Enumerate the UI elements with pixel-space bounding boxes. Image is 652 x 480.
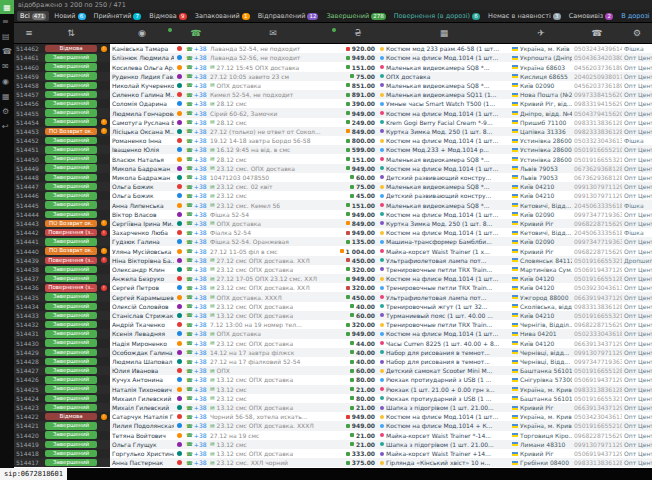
destination-cell[interactable]: Київ 04120 <box>510 283 572 292</box>
destination-cell[interactable]: Україна 68603 <box>510 62 572 71</box>
phone-reveal-button[interactable]: ☎+38 <box>184 375 208 384</box>
products-icon[interactable]: ▦ <box>2 89 12 104</box>
table-row[interactable]: 514420 Завершений Тетяна Войтович ☎+38 2… <box>14 431 652 440</box>
comment-cell[interactable]: ✉23.12 смс ОПХ доставка. ХХХЛ <box>208 421 338 430</box>
customer-name[interactable]: Руденко Лидия Гав.. <box>110 72 174 81</box>
status-cell[interactable]: Завершений <box>44 440 98 449</box>
table-row[interactable]: 514419 Завершений Ольга Глущук ☎+38 ✉13.… <box>14 440 652 449</box>
table-row[interactable]: 514457 Завершений Силенко Галина М.. ☎+3… <box>14 90 652 99</box>
comment-cell[interactable]: ✉23.12 смс <box>208 191 338 200</box>
phone-reveal-button[interactable]: ☎+38 <box>184 145 208 154</box>
comment-cell[interactable]: Сірий 60-62, Замочки <box>208 108 338 117</box>
phone-reveal-button[interactable]: ☎+38 <box>184 200 208 209</box>
destination-cell[interactable]: Пришиб 71100 <box>510 118 572 127</box>
comment-cell[interactable]: ✉ОПХ доставка <box>208 81 338 90</box>
customer-name[interactable]: Наталія Тихонович <box>110 385 174 394</box>
destination-cell[interactable]: Київ 02090 <box>510 237 572 246</box>
table-row[interactable]: 514429 Завершений Особождак Галина В.. ☎… <box>14 348 652 357</box>
status-cell[interactable]: Повернення (з.. <box>44 283 98 292</box>
product-cell[interactable]: Машина-трансформер Бамблби... <box>378 237 510 246</box>
status-cell[interactable]: ПО Возврат ок. <box>44 246 98 255</box>
phone-reveal-button[interactable]: ☎+38 <box>184 237 208 246</box>
comment-cell[interactable]: ✉16.12 9:45 на від. в смс <box>208 145 338 154</box>
phone-reveal-button[interactable]: ☎+38 <box>184 154 208 163</box>
customer-name[interactable]: Сергей Петров <box>110 283 174 292</box>
comment-cell[interactable]: ✉ОПХ <box>208 366 338 375</box>
status-cell[interactable]: Завершений <box>44 348 98 357</box>
status-tab[interactable]: Самовивіз 2 <box>566 11 617 21</box>
product-cell[interactable]: Рюкзак протиударний з USB (1 ... <box>378 375 510 384</box>
destination-cell[interactable]: Укрпошта (Дніпр... <box>510 53 572 62</box>
table-row[interactable]: 514435 Завершений Сергей Карамышев ☎+38 … <box>14 292 652 301</box>
customer-name[interactable]: Людмила Гончарова <box>110 108 174 117</box>
status-cell[interactable]: Завершений <box>44 403 98 412</box>
comment-cell[interactable]: 14.12 на 17 завтра філжск <box>208 348 338 357</box>
comment-cell[interactable]: 27.12 11-05 філ в смс <box>208 246 338 255</box>
table-row[interactable]: 514436 Повернення (з.. ! Сергей Петров ☎… <box>14 283 652 292</box>
status-cell[interactable]: Завершений <box>44 357 98 366</box>
phone-reveal-button[interactable]: ☎+38 <box>184 182 208 191</box>
table-row[interactable]: 514418 Завершений Горгулько Христина.. ☎… <box>14 449 652 458</box>
customer-name[interactable]: Анна Липенська <box>110 200 174 209</box>
status-tab[interactable]: Запакований 1 <box>192 11 253 21</box>
comment-cell[interactable]: ✉28.12 смс <box>208 154 338 163</box>
comment-cell[interactable]: Фішка 52-54 <box>208 210 338 219</box>
table-row[interactable]: 514417 Завершений Анна Пастернак ☎+38 ✉2… <box>14 458 652 467</box>
status-cell[interactable]: Завершений <box>44 320 98 329</box>
destination-cell[interactable]: Устинівка 28600 <box>510 136 572 145</box>
phone-reveal-button[interactable]: ☎+38 <box>184 458 208 467</box>
customer-name[interactable]: Косилева Ольга Ар.. <box>110 62 174 71</box>
table-row[interactable]: 514437 Завершений Анжела Безруко ☎+38 ✉2… <box>14 274 652 283</box>
customer-name[interactable]: Сатарчук Наталія Г.. <box>110 412 174 421</box>
customer-name[interactable]: Юлия Иванова <box>110 366 174 375</box>
customer-name[interactable]: Ольга Божик <box>110 191 174 200</box>
phone-icon[interactable]: ☎ <box>184 28 208 38</box>
phone-reveal-button[interactable]: ☎+38 <box>184 292 208 301</box>
customer-name[interactable]: Михаіл Гилевский <box>110 403 174 412</box>
destination-cell[interactable]: Україна, м. Крив... <box>510 421 572 430</box>
status-cell[interactable]: Завершений <box>44 421 98 430</box>
customer-name[interactable]: Кучух Антонина <box>110 375 174 384</box>
status-cell[interactable]: Завершений <box>44 90 98 99</box>
customer-name[interactable]: Віктор Власов <box>110 210 174 219</box>
customer-name[interactable]: Романенко Інна <box>110 136 174 145</box>
comment-cell[interactable]: Кемел 52-54, не подходит <box>208 90 338 99</box>
table-row[interactable]: 514434 Завершений Олексій Соловйов ☎+38 … <box>14 302 652 311</box>
status-cell[interactable]: Завершений <box>44 182 98 191</box>
comment-cell[interactable]: ✉13.12 смс ОПХ доставка <box>208 403 338 412</box>
customer-name[interactable]: Ольга Божик <box>110 182 174 191</box>
status-cell[interactable]: Завершений <box>44 173 98 182</box>
product-cell[interactable]: Маленькая видеокамера SQ8 *... <box>378 200 510 209</box>
destination-cell[interactable]: Київ 04120 <box>510 274 572 283</box>
destination-cell[interactable]: Кетовичі, Відд... <box>510 228 572 237</box>
product-cell[interactable]: Маленькая видеокамера SQ8 *... <box>378 182 510 191</box>
phone-reveal-button[interactable]: ☎+38 <box>184 357 208 366</box>
customer-name[interactable]: Тетяна Войтович <box>110 431 174 440</box>
destination-cell[interactable]: Львів 79053 <box>510 164 572 173</box>
status-cell[interactable]: Завершений <box>44 145 98 154</box>
table-row[interactable]: 514428 Завершений Людмила Шаповал ☎+38 2… <box>14 357 652 366</box>
status-cell[interactable]: Завершений <box>44 458 98 467</box>
status-cell[interactable]: Повернення (з.. <box>44 228 98 237</box>
phone-reveal-button[interactable]: ☎+38 <box>184 210 208 219</box>
table-row[interactable]: 514442 Повернення (з.. ! Захарченко Люба… <box>14 228 652 237</box>
phone-reveal-button[interactable]: ☎+38 <box>184 173 208 182</box>
currency-icon[interactable]: ₴ <box>338 28 378 38</box>
menu-icon[interactable]: ≡ <box>2 14 12 29</box>
product-cell[interactable]: Костюм на флисе Мод.1014 (1 шт... <box>378 274 510 283</box>
customer-name[interactable]: Людмила Шаповал <box>110 357 174 366</box>
customer-name[interactable]: Канівська Тамара <box>110 44 174 53</box>
customer-name[interactable]: Станіслав Стрижак <box>110 311 174 320</box>
phone-reveal-button[interactable]: ☎+38 <box>184 311 208 320</box>
table-row[interactable]: 514458 Завершений Николай Кучеренко ☎+38… <box>14 81 652 90</box>
table-row[interactable]: 514449 Завершений Микола Бадражан ☎+38 ✉… <box>14 164 652 173</box>
comment-cell[interactable]: ✉13.12 смс ОПХ доставка <box>208 375 338 384</box>
destination-cell[interactable]: Гребінки 08400 <box>510 458 572 467</box>
status-tab[interactable]: Новий 6 <box>51 11 88 21</box>
status-cell[interactable]: Завершений <box>44 210 98 219</box>
comment-cell[interactable]: ✉23.12 смс ОПХ доставка <box>208 302 338 311</box>
destination-cell[interactable]: Лимани 48310 <box>510 440 572 449</box>
comment-cell[interactable]: ✉23.12 смс <box>208 394 338 403</box>
comment-cell[interactable]: ✉27.12 15:45 ОПХ доставка <box>208 62 338 71</box>
phone-reveal-button[interactable]: ☎+38 <box>184 72 208 81</box>
